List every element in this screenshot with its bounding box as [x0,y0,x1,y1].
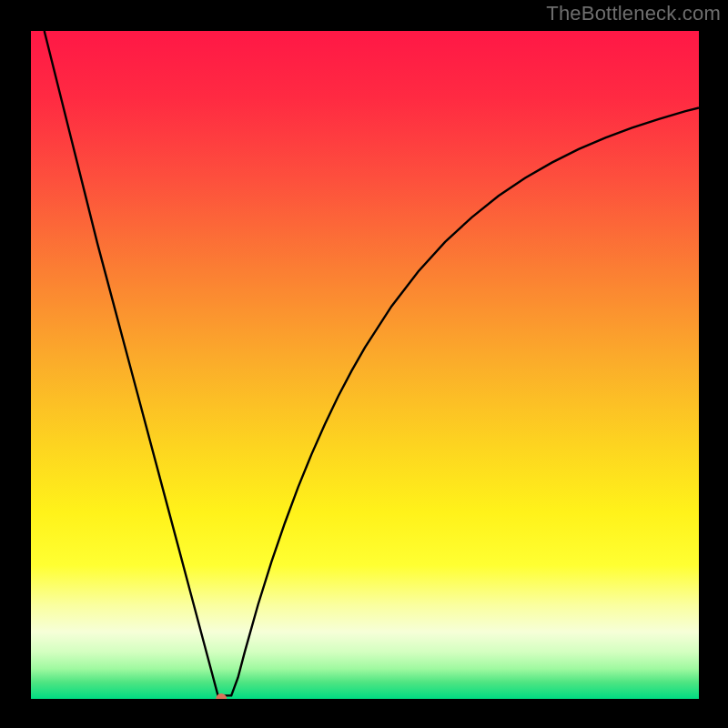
chart-svg [31,31,699,699]
plot-area [31,31,699,699]
chart-container: TheBottleneck.com [0,0,728,728]
gradient-background [31,31,699,699]
attribution-text: TheBottleneck.com [546,2,721,25]
